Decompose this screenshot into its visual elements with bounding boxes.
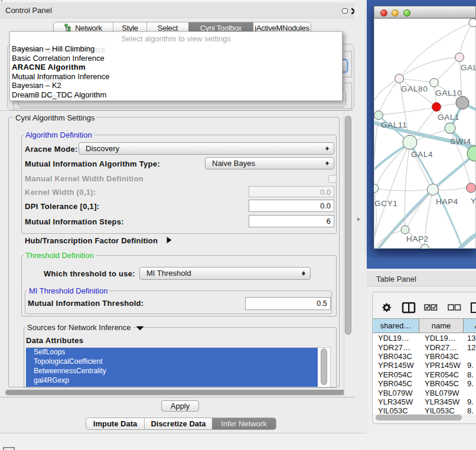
svg-text:HAP2: HAP2 bbox=[406, 234, 429, 243]
svg-text:GAL7: GAL7 bbox=[461, 63, 476, 72]
svg-text:GAL80: GAL80 bbox=[401, 84, 428, 93]
svg-text:GAL1: GAL1 bbox=[438, 113, 459, 122]
svg-text:GAL4: GAL4 bbox=[411, 150, 433, 159]
svg-text:SWI4: SWI4 bbox=[450, 137, 471, 146]
svg-text:GAL11: GAL11 bbox=[381, 120, 407, 129]
svg-text:GCY1: GCY1 bbox=[374, 199, 398, 208]
svg-text:Y: Y bbox=[471, 197, 476, 206]
svg-text:GAL10: GAL10 bbox=[435, 89, 462, 97]
svg-text:HAP4: HAP4 bbox=[436, 197, 458, 206]
